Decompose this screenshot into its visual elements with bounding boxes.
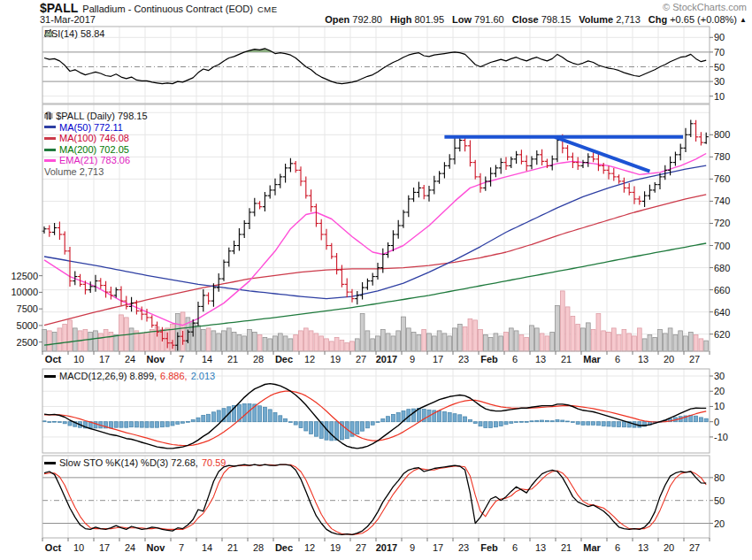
chart-canvas: 8007807607407207006806606406209070503010… [0, 0, 752, 560]
svg-text:13: 13 [535, 542, 546, 553]
svg-text:10: 10 [714, 401, 725, 411]
svg-text:28: 28 [253, 354, 264, 364]
svg-text:27: 27 [356, 542, 366, 553]
svg-text:30: 30 [714, 76, 725, 87]
svg-text:5000: 5000 [17, 320, 38, 331]
svg-text:13: 13 [535, 354, 546, 364]
svg-text:10000: 10000 [11, 287, 38, 297]
svg-text:13: 13 [638, 354, 648, 364]
trendline-annotations [444, 137, 683, 172]
svg-text:2017: 2017 [376, 542, 397, 553]
svg-text:7: 7 [179, 542, 184, 553]
svg-text:620: 620 [714, 329, 730, 340]
svg-text:7: 7 [179, 354, 184, 364]
svg-text:10: 10 [714, 91, 725, 102]
svg-text:19: 19 [330, 542, 341, 553]
svg-text:6: 6 [512, 542, 518, 553]
svg-text:Dec: Dec [275, 542, 293, 553]
svg-text:Mar: Mar [583, 354, 601, 364]
svg-text:Oct: Oct [45, 354, 62, 364]
svg-text:20: 20 [714, 386, 725, 396]
svg-text:27: 27 [689, 354, 700, 364]
svg-text:30: 30 [714, 371, 725, 381]
svg-text:9: 9 [410, 354, 415, 364]
svg-text:780: 780 [714, 151, 730, 162]
svg-text:-10: -10 [714, 432, 728, 442]
svg-text:27: 27 [689, 542, 700, 553]
svg-text:Dec: Dec [275, 354, 293, 364]
svg-text:Oct: Oct [45, 542, 62, 553]
svg-text:12: 12 [304, 542, 315, 553]
price-ohlc-bars [42, 119, 708, 350]
svg-text:Mar: Mar [583, 542, 601, 553]
svg-text:720: 720 [714, 218, 730, 228]
svg-text:17: 17 [433, 354, 443, 364]
svg-text:50: 50 [714, 62, 725, 73]
svg-text:760: 760 [714, 173, 730, 184]
svg-text:6: 6 [615, 542, 620, 553]
svg-text:23: 23 [458, 542, 469, 553]
svg-text:640: 640 [714, 307, 730, 318]
svg-text:800: 800 [714, 129, 730, 140]
svg-text:20: 20 [664, 354, 674, 364]
macd-plot [42, 384, 708, 449]
svg-text:6: 6 [615, 354, 620, 364]
svg-text:70: 70 [714, 47, 725, 58]
svg-text:680: 680 [714, 263, 730, 273]
svg-text:23: 23 [458, 354, 469, 364]
svg-text:10: 10 [73, 354, 84, 364]
svg-text:20: 20 [664, 542, 674, 553]
svg-text:13: 13 [638, 542, 648, 553]
svg-text:2500: 2500 [17, 337, 38, 348]
volume-bars [42, 291, 709, 351]
svg-text:50: 50 [714, 495, 725, 506]
svg-text:28: 28 [253, 542, 264, 553]
svg-text:21: 21 [561, 354, 572, 364]
svg-text:80: 80 [714, 472, 725, 483]
svg-text:Feb: Feb [480, 354, 498, 364]
svg-text:740: 740 [714, 196, 730, 206]
svg-text:21: 21 [227, 542, 238, 553]
svg-text:7500: 7500 [17, 303, 38, 314]
svg-text:17: 17 [99, 542, 110, 553]
svg-text:660: 660 [714, 285, 730, 295]
svg-text:6: 6 [512, 354, 518, 364]
svg-text:14: 14 [202, 542, 212, 553]
svg-text:14: 14 [202, 354, 212, 364]
svg-text:24: 24 [125, 542, 135, 553]
svg-text:21: 21 [561, 542, 572, 553]
svg-text:Nov: Nov [147, 354, 166, 364]
svg-text:12500: 12500 [11, 271, 38, 281]
svg-text:12: 12 [304, 354, 315, 364]
svg-text:24: 24 [125, 354, 135, 364]
svg-text:0: 0 [714, 417, 719, 427]
svg-text:17: 17 [99, 354, 110, 364]
svg-text:19: 19 [330, 354, 341, 364]
svg-text:10: 10 [73, 542, 84, 553]
svg-text:2017: 2017 [376, 354, 397, 364]
svg-text:21: 21 [227, 354, 238, 364]
svg-text:9: 9 [410, 542, 415, 553]
svg-text:27: 27 [356, 354, 366, 364]
svg-text:17: 17 [433, 542, 443, 553]
svg-text:Feb: Feb [480, 542, 498, 553]
svg-text:Nov: Nov [147, 542, 166, 553]
stockcharts-chart: 8007807607407207006806606406209070503010… [0, 0, 752, 560]
svg-text:20: 20 [714, 518, 725, 529]
svg-text:700: 700 [714, 241, 730, 251]
svg-text:90: 90 [714, 32, 725, 42]
